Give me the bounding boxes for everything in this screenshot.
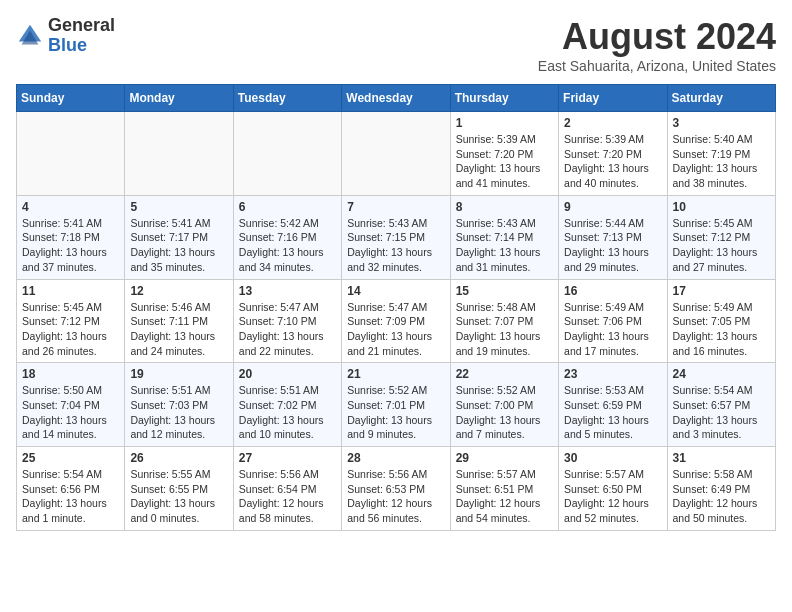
day-number: 26 bbox=[130, 451, 227, 465]
calendar-cell bbox=[17, 112, 125, 196]
calendar-cell: 29Sunrise: 5:57 AM Sunset: 6:51 PM Dayli… bbox=[450, 447, 558, 531]
day-info: Sunrise: 5:39 AM Sunset: 7:20 PM Dayligh… bbox=[564, 132, 661, 191]
weekday-header-thursday: Thursday bbox=[450, 85, 558, 112]
day-info: Sunrise: 5:40 AM Sunset: 7:19 PM Dayligh… bbox=[673, 132, 770, 191]
day-info: Sunrise: 5:51 AM Sunset: 7:03 PM Dayligh… bbox=[130, 383, 227, 442]
day-number: 20 bbox=[239, 367, 336, 381]
title-block: August 2024 East Sahuarita, Arizona, Uni… bbox=[538, 16, 776, 74]
calendar-week-row: 18Sunrise: 5:50 AM Sunset: 7:04 PM Dayli… bbox=[17, 363, 776, 447]
day-number: 23 bbox=[564, 367, 661, 381]
weekday-header-friday: Friday bbox=[559, 85, 667, 112]
day-number: 11 bbox=[22, 284, 119, 298]
day-info: Sunrise: 5:52 AM Sunset: 7:01 PM Dayligh… bbox=[347, 383, 444, 442]
day-info: Sunrise: 5:47 AM Sunset: 7:09 PM Dayligh… bbox=[347, 300, 444, 359]
day-info: Sunrise: 5:58 AM Sunset: 6:49 PM Dayligh… bbox=[673, 467, 770, 526]
day-number: 31 bbox=[673, 451, 770, 465]
day-info: Sunrise: 5:44 AM Sunset: 7:13 PM Dayligh… bbox=[564, 216, 661, 275]
day-number: 12 bbox=[130, 284, 227, 298]
calendar-cell: 20Sunrise: 5:51 AM Sunset: 7:02 PM Dayli… bbox=[233, 363, 341, 447]
day-number: 18 bbox=[22, 367, 119, 381]
location: East Sahuarita, Arizona, United States bbox=[538, 58, 776, 74]
calendar-cell: 2Sunrise: 5:39 AM Sunset: 7:20 PM Daylig… bbox=[559, 112, 667, 196]
day-info: Sunrise: 5:51 AM Sunset: 7:02 PM Dayligh… bbox=[239, 383, 336, 442]
calendar-cell: 3Sunrise: 5:40 AM Sunset: 7:19 PM Daylig… bbox=[667, 112, 775, 196]
day-number: 17 bbox=[673, 284, 770, 298]
day-number: 16 bbox=[564, 284, 661, 298]
calendar-cell: 19Sunrise: 5:51 AM Sunset: 7:03 PM Dayli… bbox=[125, 363, 233, 447]
logo-icon bbox=[16, 22, 44, 50]
calendar-cell: 5Sunrise: 5:41 AM Sunset: 7:17 PM Daylig… bbox=[125, 195, 233, 279]
day-info: Sunrise: 5:50 AM Sunset: 7:04 PM Dayligh… bbox=[22, 383, 119, 442]
calendar-cell: 21Sunrise: 5:52 AM Sunset: 7:01 PM Dayli… bbox=[342, 363, 450, 447]
day-info: Sunrise: 5:57 AM Sunset: 6:51 PM Dayligh… bbox=[456, 467, 553, 526]
page-header: General Blue August 2024 East Sahuarita,… bbox=[16, 16, 776, 74]
calendar-cell: 30Sunrise: 5:57 AM Sunset: 6:50 PM Dayli… bbox=[559, 447, 667, 531]
day-info: Sunrise: 5:54 AM Sunset: 6:56 PM Dayligh… bbox=[22, 467, 119, 526]
day-number: 5 bbox=[130, 200, 227, 214]
calendar-week-row: 11Sunrise: 5:45 AM Sunset: 7:12 PM Dayli… bbox=[17, 279, 776, 363]
logo-blue: Blue bbox=[48, 36, 115, 56]
day-number: 14 bbox=[347, 284, 444, 298]
weekday-header-wednesday: Wednesday bbox=[342, 85, 450, 112]
calendar-cell: 12Sunrise: 5:46 AM Sunset: 7:11 PM Dayli… bbox=[125, 279, 233, 363]
day-info: Sunrise: 5:52 AM Sunset: 7:00 PM Dayligh… bbox=[456, 383, 553, 442]
day-info: Sunrise: 5:43 AM Sunset: 7:15 PM Dayligh… bbox=[347, 216, 444, 275]
day-number: 19 bbox=[130, 367, 227, 381]
weekday-header-tuesday: Tuesday bbox=[233, 85, 341, 112]
day-number: 25 bbox=[22, 451, 119, 465]
calendar-cell: 10Sunrise: 5:45 AM Sunset: 7:12 PM Dayli… bbox=[667, 195, 775, 279]
day-number: 9 bbox=[564, 200, 661, 214]
day-info: Sunrise: 5:57 AM Sunset: 6:50 PM Dayligh… bbox=[564, 467, 661, 526]
day-info: Sunrise: 5:43 AM Sunset: 7:14 PM Dayligh… bbox=[456, 216, 553, 275]
day-info: Sunrise: 5:48 AM Sunset: 7:07 PM Dayligh… bbox=[456, 300, 553, 359]
day-info: Sunrise: 5:56 AM Sunset: 6:54 PM Dayligh… bbox=[239, 467, 336, 526]
day-info: Sunrise: 5:53 AM Sunset: 6:59 PM Dayligh… bbox=[564, 383, 661, 442]
calendar-cell: 14Sunrise: 5:47 AM Sunset: 7:09 PM Dayli… bbox=[342, 279, 450, 363]
calendar-cell bbox=[233, 112, 341, 196]
day-info: Sunrise: 5:49 AM Sunset: 7:05 PM Dayligh… bbox=[673, 300, 770, 359]
calendar-week-row: 25Sunrise: 5:54 AM Sunset: 6:56 PM Dayli… bbox=[17, 447, 776, 531]
calendar-cell: 7Sunrise: 5:43 AM Sunset: 7:15 PM Daylig… bbox=[342, 195, 450, 279]
day-number: 13 bbox=[239, 284, 336, 298]
calendar-cell: 4Sunrise: 5:41 AM Sunset: 7:18 PM Daylig… bbox=[17, 195, 125, 279]
day-info: Sunrise: 5:47 AM Sunset: 7:10 PM Dayligh… bbox=[239, 300, 336, 359]
day-number: 27 bbox=[239, 451, 336, 465]
day-number: 10 bbox=[673, 200, 770, 214]
calendar-week-row: 4Sunrise: 5:41 AM Sunset: 7:18 PM Daylig… bbox=[17, 195, 776, 279]
day-number: 24 bbox=[673, 367, 770, 381]
day-info: Sunrise: 5:55 AM Sunset: 6:55 PM Dayligh… bbox=[130, 467, 227, 526]
calendar-cell: 13Sunrise: 5:47 AM Sunset: 7:10 PM Dayli… bbox=[233, 279, 341, 363]
weekday-header-saturday: Saturday bbox=[667, 85, 775, 112]
logo-general: General bbox=[48, 16, 115, 36]
calendar-cell: 31Sunrise: 5:58 AM Sunset: 6:49 PM Dayli… bbox=[667, 447, 775, 531]
month-year: August 2024 bbox=[538, 16, 776, 58]
day-number: 2 bbox=[564, 116, 661, 130]
calendar-cell: 23Sunrise: 5:53 AM Sunset: 6:59 PM Dayli… bbox=[559, 363, 667, 447]
calendar-cell: 1Sunrise: 5:39 AM Sunset: 7:20 PM Daylig… bbox=[450, 112, 558, 196]
day-info: Sunrise: 5:45 AM Sunset: 7:12 PM Dayligh… bbox=[673, 216, 770, 275]
day-info: Sunrise: 5:41 AM Sunset: 7:18 PM Dayligh… bbox=[22, 216, 119, 275]
day-info: Sunrise: 5:41 AM Sunset: 7:17 PM Dayligh… bbox=[130, 216, 227, 275]
day-info: Sunrise: 5:56 AM Sunset: 6:53 PM Dayligh… bbox=[347, 467, 444, 526]
day-number: 22 bbox=[456, 367, 553, 381]
calendar-week-row: 1Sunrise: 5:39 AM Sunset: 7:20 PM Daylig… bbox=[17, 112, 776, 196]
calendar-cell bbox=[342, 112, 450, 196]
day-number: 3 bbox=[673, 116, 770, 130]
calendar-cell: 8Sunrise: 5:43 AM Sunset: 7:14 PM Daylig… bbox=[450, 195, 558, 279]
day-info: Sunrise: 5:54 AM Sunset: 6:57 PM Dayligh… bbox=[673, 383, 770, 442]
calendar-cell: 27Sunrise: 5:56 AM Sunset: 6:54 PM Dayli… bbox=[233, 447, 341, 531]
day-info: Sunrise: 5:45 AM Sunset: 7:12 PM Dayligh… bbox=[22, 300, 119, 359]
day-number: 1 bbox=[456, 116, 553, 130]
calendar-cell: 6Sunrise: 5:42 AM Sunset: 7:16 PM Daylig… bbox=[233, 195, 341, 279]
calendar-cell: 9Sunrise: 5:44 AM Sunset: 7:13 PM Daylig… bbox=[559, 195, 667, 279]
calendar-cell: 26Sunrise: 5:55 AM Sunset: 6:55 PM Dayli… bbox=[125, 447, 233, 531]
calendar-cell: 18Sunrise: 5:50 AM Sunset: 7:04 PM Dayli… bbox=[17, 363, 125, 447]
calendar-cell: 11Sunrise: 5:45 AM Sunset: 7:12 PM Dayli… bbox=[17, 279, 125, 363]
calendar-cell: 16Sunrise: 5:49 AM Sunset: 7:06 PM Dayli… bbox=[559, 279, 667, 363]
calendar-cell: 24Sunrise: 5:54 AM Sunset: 6:57 PM Dayli… bbox=[667, 363, 775, 447]
calendar-cell: 15Sunrise: 5:48 AM Sunset: 7:07 PM Dayli… bbox=[450, 279, 558, 363]
calendar-cell: 17Sunrise: 5:49 AM Sunset: 7:05 PM Dayli… bbox=[667, 279, 775, 363]
logo: General Blue bbox=[16, 16, 115, 56]
day-number: 15 bbox=[456, 284, 553, 298]
weekday-header-monday: Monday bbox=[125, 85, 233, 112]
